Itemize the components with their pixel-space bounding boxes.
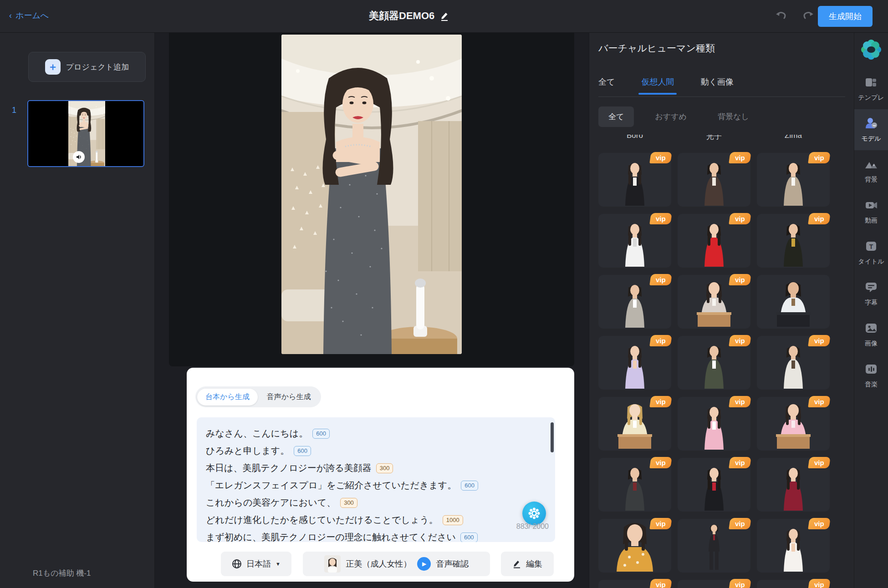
- script-line[interactable]: ひろみと申します。600: [206, 442, 546, 459]
- vip-badge: vip: [649, 213, 672, 224]
- pause-badge[interactable]: 600: [461, 481, 478, 491]
- model-card-woman-judge-robe[interactable]: vip: [678, 458, 750, 512]
- model-card-woman-lavender-sport[interactable]: vip: [598, 336, 671, 390]
- model-card-model-clipped-1[interactable]: vip: [598, 580, 671, 588]
- script-line[interactable]: みなさん、こんにちは。600: [206, 425, 546, 442]
- undo-icon[interactable]: [774, 10, 788, 23]
- model-card-woman-desk-pink[interactable]: vip: [757, 397, 830, 451]
- model-card-woman-yellow-floral[interactable]: vip: [598, 519, 671, 573]
- pause-badge[interactable]: 300: [340, 498, 357, 508]
- vip-badge: vip: [808, 335, 831, 346]
- script-panel: 台本から生成音声から生成 みなさん、こんにちは。600ひろみと申します。600本…: [187, 368, 574, 582]
- add-project-button[interactable]: ＋ プロジェクト追加: [28, 52, 146, 82]
- sidebar-item-image[interactable]: 画像: [854, 314, 888, 355]
- filter-pill-0[interactable]: 全て: [598, 106, 634, 127]
- sidebar-item-title[interactable]: Tタイトル: [854, 232, 888, 273]
- category-tab-1[interactable]: 仮想人間: [641, 76, 674, 95]
- script-line[interactable]: 本日は、美肌テクノロジーが誇る美顔器300: [206, 459, 546, 476]
- model-card-woman-darkred-gown[interactable]: vip: [757, 458, 830, 512]
- category-tab-2[interactable]: 動く画像: [700, 76, 733, 95]
- vip-badge: vip: [729, 274, 751, 285]
- model-card-woman-white-dress[interactable]: vip: [757, 519, 830, 573]
- model-card-woman-desk-beige[interactable]: vip: [678, 275, 750, 329]
- pause-badge[interactable]: 600: [312, 429, 330, 439]
- vip-badge: vip: [729, 152, 751, 163]
- language-label: 日本語: [246, 558, 271, 569]
- model-card-man-white-suit[interactable]: vip: [757, 336, 830, 390]
- edit-title-icon[interactable]: [439, 10, 450, 21]
- sidebar-item-label: タイトル: [858, 258, 884, 266]
- language-selector[interactable]: 日本語 ▼: [221, 552, 291, 576]
- model-card-man-dark-suit[interactable]: vip: [598, 458, 671, 512]
- model-card-model-clipped-3[interactable]: vip: [757, 580, 830, 588]
- vip-badge: vip: [649, 457, 672, 468]
- toolbar-items: テンプレモデル背景動画Tタイトル字幕画像音楽: [854, 68, 888, 396]
- model-card-woman-pink-suit[interactable]: vip: [678, 397, 750, 451]
- model-card-man-brown-suit[interactable]: vip: [678, 153, 750, 207]
- model-card-man-desk-white-suit[interactable]: [757, 275, 830, 329]
- vip-badge: vip: [649, 152, 672, 163]
- script-text[interactable]: みなさん、こんにちは。600ひろみと申します。600本日は、美肌テクノロジーが誇…: [197, 417, 555, 542]
- image-icon: [864, 321, 878, 337]
- script-tab-0[interactable]: 台本から生成: [197, 389, 258, 406]
- redo-icon[interactable]: [801, 10, 815, 23]
- model-card-model-clipped-2[interactable]: vip: [678, 580, 750, 588]
- pause-badge[interactable]: 300: [376, 463, 393, 473]
- scene-thumbnail[interactable]: [27, 100, 144, 167]
- app-logo-icon[interactable]: [861, 39, 882, 60]
- filter-pill-2[interactable]: 背景なし: [708, 106, 759, 127]
- vip-badge: vip: [729, 396, 751, 407]
- script-tab-1[interactable]: 音声から生成: [259, 389, 319, 406]
- voice-avatar: [324, 555, 341, 573]
- model-card-woman-white-labcoat[interactable]: vip: [598, 214, 671, 268]
- script-line[interactable]: これからの美容ケアにおいて、300: [206, 494, 546, 511]
- chevron-left-icon: ‹: [9, 11, 12, 20]
- voice-selector[interactable]: 正美（成人女性） ▶ 音声確認: [303, 552, 490, 576]
- top-bar: ‹ ホームへ 美顔器DEMO6 生成開始: [0, 0, 888, 33]
- model-card-man-black-gold[interactable]: vip: [757, 214, 830, 268]
- model-card-woman-red-dress[interactable]: vip: [678, 214, 750, 268]
- model-card-man-black-suit-full[interactable]: vip: [678, 519, 750, 573]
- voice-settings-gear-icon[interactable]: [522, 502, 546, 525]
- model-name-label: 光子: [678, 135, 750, 142]
- script-line[interactable]: まず初めに、美肌テクノロジーの理念に触れさせてください600: [206, 528, 546, 542]
- pause-badge[interactable]: 1000: [443, 515, 463, 525]
- category-tab-0[interactable]: 全て: [598, 76, 615, 95]
- sidebar-item-background[interactable]: 背景: [854, 150, 888, 191]
- pause-badge[interactable]: 600: [294, 446, 311, 456]
- model-card-woman-desk-blonde[interactable]: vip: [598, 397, 671, 451]
- sidebar-item-label: 音楽: [865, 380, 878, 389]
- vip-badge: vip: [649, 274, 672, 285]
- chevron-down-icon: ▼: [276, 561, 281, 567]
- vip-badge: vip: [729, 457, 751, 468]
- subtitle-icon: [864, 280, 878, 296]
- sidebar-item-label: テンプレ: [858, 94, 884, 102]
- model-card-man-green-jacket[interactable]: vip: [678, 336, 750, 390]
- edit-label: 編集: [526, 558, 542, 569]
- voice-check-label: 音声確認: [436, 558, 469, 569]
- script-scrollbar[interactable]: [551, 422, 554, 452]
- model-card-man-gray-suit[interactable]: vip: [598, 275, 671, 329]
- generate-button[interactable]: 生成開始: [818, 6, 873, 27]
- pencil-icon: [512, 559, 521, 568]
- preview-video[interactable]: [281, 35, 462, 354]
- sidebar-item-template[interactable]: テンプレ: [854, 68, 888, 109]
- model-card-man-tan-cardigan[interactable]: vip: [757, 153, 830, 207]
- sidebar-item-music[interactable]: 音楽: [854, 355, 888, 396]
- edit-script-button[interactable]: 編集: [501, 552, 554, 576]
- script-line[interactable]: 「エレガンスフェイスプロ」をご紹介させていただきます。600: [206, 476, 546, 494]
- play-icon[interactable]: ▶: [417, 557, 431, 571]
- filter-pill-1[interactable]: おすすめ: [645, 106, 697, 127]
- sidebar-item-subtitle[interactable]: 字幕: [854, 273, 888, 314]
- model-card-woman-black-suit[interactable]: vip: [598, 153, 671, 207]
- back-to-home-link[interactable]: ‹ ホームへ: [9, 10, 49, 21]
- title-icon: T: [864, 239, 878, 255]
- script-line[interactable]: どれだけ進化したかを感じていただけることでしょう。1000: [206, 511, 546, 528]
- speaker-icon[interactable]: [73, 151, 85, 163]
- sidebar-item-label: モデル: [862, 135, 881, 143]
- model-name-label: Boro: [598, 135, 671, 140]
- pause-badge[interactable]: 600: [460, 532, 478, 542]
- char-count: 883/ 2000: [516, 522, 549, 531]
- sidebar-item-model[interactable]: モデル: [854, 109, 888, 150]
- sidebar-item-video[interactable]: 動画: [854, 191, 888, 232]
